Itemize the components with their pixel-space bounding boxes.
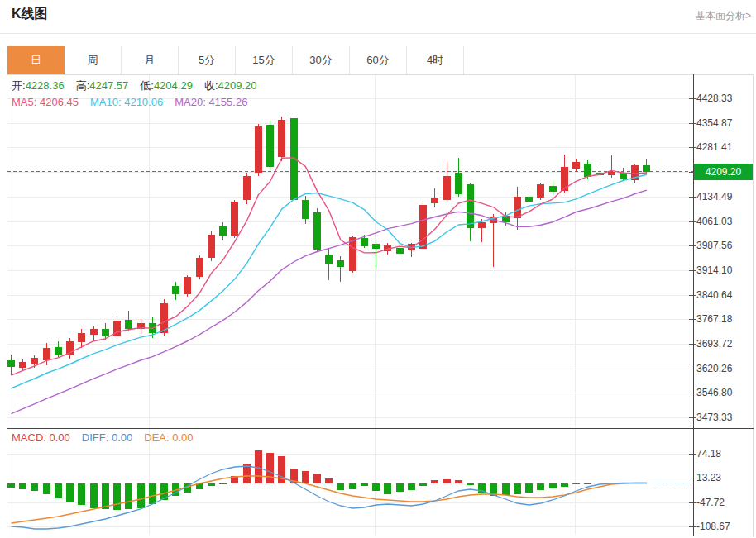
macd-legend: MACD: 0.00 DIFF: 0.00 DEA: 0.00 <box>12 431 205 444</box>
macd-value: MACD: 0.00 <box>12 431 70 444</box>
fundamental-analysis-link[interactable]: 基本面分析> <box>696 9 751 23</box>
candle <box>7 360 15 367</box>
ma-legend: MA5: 4206.45 MA10: 4210.06 MA20: 4155.26 <box>12 96 259 108</box>
macd-bar <box>361 483 368 487</box>
current-price-badge: 4209.20 <box>694 164 753 180</box>
candles-layer <box>7 114 650 375</box>
candle <box>125 320 132 330</box>
macd-histogram <box>7 450 591 510</box>
macd-bar <box>43 483 50 495</box>
tab-30分[interactable]: 30分 <box>293 46 350 74</box>
candle <box>572 162 580 169</box>
price-axis-label: 3914.10 <box>696 264 751 277</box>
macd-bar <box>55 483 62 498</box>
panel-borders <box>7 74 754 536</box>
candle <box>443 176 451 201</box>
macd-bar <box>384 483 391 494</box>
ma20-line <box>12 190 647 414</box>
macd-bar <box>325 478 333 483</box>
tab-4时[interactable]: 4时 <box>407 46 464 74</box>
macd-axis-label: 13.23 <box>696 471 751 484</box>
ma5-value: MA5: 4206.45 <box>12 96 79 108</box>
candle <box>255 126 262 173</box>
open-value: 开:4228.36 <box>12 79 65 93</box>
candle <box>549 186 557 192</box>
price-axis-label: 3767.18 <box>696 312 751 326</box>
gridlines <box>7 75 693 535</box>
candle <box>431 198 438 203</box>
macd-bar <box>455 480 462 483</box>
page-title: K线图 <box>12 6 48 23</box>
macd-bar <box>102 483 109 510</box>
candle <box>172 286 179 293</box>
macd-bar <box>208 483 215 487</box>
macd-bar <box>113 483 121 511</box>
macd-bar <box>549 483 557 488</box>
macd-bar <box>125 483 132 510</box>
ma10-value: MA10: 4210.06 <box>90 96 163 108</box>
candle <box>55 347 62 355</box>
tab-5分[interactable]: 5分 <box>179 46 236 74</box>
candle <box>455 173 462 194</box>
tab-日[interactable]: 日 <box>7 46 65 74</box>
macd-bar <box>66 483 74 502</box>
candle <box>361 238 368 246</box>
macd-bar <box>337 483 344 491</box>
macd-bar <box>255 450 262 483</box>
macd-bar <box>372 483 380 492</box>
candle <box>31 358 38 364</box>
macd-bar <box>467 483 474 485</box>
candle <box>467 184 474 227</box>
candle <box>372 244 380 249</box>
tab-60分[interactable]: 60分 <box>350 46 407 74</box>
macd-bar <box>149 483 156 504</box>
low-value: 低:4204.29 <box>140 79 193 93</box>
macd-bar <box>431 480 438 483</box>
macd-bar <box>537 483 544 491</box>
ohlc-legend: 开:4228.36 高:4247.57 低:4204.29 收:4209.20 <box>12 79 269 93</box>
macd-bar <box>561 483 568 487</box>
candle <box>525 197 533 202</box>
price-axis-label: 3987.56 <box>696 239 751 252</box>
kline-app: K线图 基本面分析> 日周月5分15分30分60分4时 开:4228.36 高:… <box>0 0 756 538</box>
macd-bar <box>78 483 85 506</box>
candle <box>302 200 309 219</box>
macd-bar <box>502 483 510 496</box>
candle <box>208 235 215 259</box>
macd-bar <box>408 483 415 491</box>
candle <box>478 222 486 228</box>
candle <box>537 184 544 198</box>
price-axis-label: 3693.72 <box>696 337 751 350</box>
close-value: 收:4209.20 <box>204 79 257 93</box>
candle <box>396 248 404 254</box>
interval-tabbar: 日周月5分15分30分60分4时 <box>7 46 464 74</box>
macd-bar <box>396 483 404 493</box>
macd-bar <box>31 483 38 492</box>
header-divider <box>0 33 756 34</box>
macd-bar <box>266 453 274 483</box>
macd-bar <box>90 483 98 508</box>
candle <box>19 362 26 368</box>
macd-axis-label: 74.18 <box>696 447 751 460</box>
candle <box>184 277 191 293</box>
price-axis-label: 3620.26 <box>696 362 751 375</box>
candle <box>419 205 427 250</box>
tab-周[interactable]: 周 <box>65 46 122 74</box>
macd-bar <box>584 483 591 484</box>
ma20-value: MA20: 4155.26 <box>175 96 247 108</box>
tab-月[interactable]: 月 <box>122 46 179 74</box>
dea-value: DEA: 0.00 <box>144 431 193 444</box>
macd-bar <box>137 483 145 508</box>
candle <box>584 164 591 176</box>
price-axis-label: 4134.49 <box>696 190 751 203</box>
macd-bar <box>419 483 427 487</box>
candle <box>325 255 333 265</box>
tab-15分[interactable]: 15分 <box>236 46 293 74</box>
candle <box>266 125 274 167</box>
macd-axis-label: -47.72 <box>696 496 751 509</box>
candle <box>196 258 203 277</box>
candle <box>514 197 521 218</box>
macd-bar <box>572 483 580 485</box>
macd-bar <box>19 483 26 489</box>
ma10-line <box>12 174 647 388</box>
